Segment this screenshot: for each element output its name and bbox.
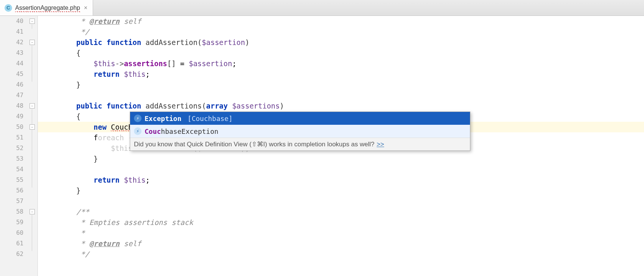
completion-item-selected[interactable]: ⚡ Exception [Couchbase] [130, 112, 470, 125]
line-number[interactable]: 60 [0, 228, 26, 238]
code-line[interactable]: } [38, 154, 644, 164]
line-number[interactable]: 58 [0, 206, 26, 217]
completion-popup: ⚡ Exception [Couchbase] ⚡ CouchbaseExcep… [130, 112, 470, 151]
line-number[interactable]: 48 [0, 101, 26, 111]
line-number[interactable]: 62 [0, 249, 26, 259]
code-line[interactable]: } [38, 185, 644, 196]
code-line[interactable]: * [38, 228, 644, 238]
fold-toggle-icon[interactable] [30, 19, 35, 24]
completion-main-label: Exception [145, 115, 182, 122]
close-icon[interactable]: × [83, 5, 88, 11]
typed-token-error: CoucE [111, 123, 132, 131]
tab-filename: AssertionAggregate.php [15, 5, 80, 11]
file-type-icon: C [5, 4, 12, 12]
editor-area: 40 41 42 43 44 45 46 47 48 49 50 51 52 5… [0, 16, 644, 276]
completion-hint-bar: Did you know that Quick Definition View … [130, 138, 470, 150]
fold-toggle-icon[interactable] [30, 124, 35, 130]
line-number-gutter: 40 41 42 43 44 45 46 47 48 49 50 51 52 5… [0, 16, 26, 276]
code-line[interactable] [38, 90, 644, 101]
code-line[interactable]: * @return self [38, 238, 644, 249]
line-number[interactable]: 55 [0, 175, 26, 185]
code-line[interactable]: /** [38, 206, 644, 217]
tab-bar: C AssertionAggregate.php × [0, 0, 644, 16]
line-number[interactable]: 51 [0, 132, 26, 143]
fold-toggle-icon[interactable] [30, 40, 35, 45]
code-line[interactable]: return $this; [38, 175, 644, 185]
code-line[interactable]: * @return self [38, 16, 644, 26]
line-number[interactable]: 53 [0, 154, 26, 164]
line-number[interactable]: 57 [0, 196, 26, 206]
code-line[interactable] [38, 196, 644, 206]
completion-context-label: [Couchbase] [188, 115, 233, 122]
fold-toggle-icon[interactable] [30, 209, 35, 214]
completion-match-rest: hbaseException [161, 127, 218, 135]
code-line[interactable]: return $this; [38, 69, 644, 79]
completion-match-prefix: Couc [145, 127, 161, 135]
line-number[interactable]: 41 [0, 26, 26, 37]
lightning-icon: ⚡ [134, 127, 142, 135]
line-number[interactable]: 42 [0, 37, 26, 48]
code-line[interactable]: * Empties assertions stack [38, 217, 644, 228]
code-line[interactable]: { [38, 48, 644, 58]
code-line[interactable]: */ [38, 26, 644, 37]
completion-hint-text: Did you know that Quick Definition View … [134, 140, 374, 148]
line-number[interactable]: 47 [0, 90, 26, 101]
line-number[interactable]: 50 [0, 122, 26, 132]
fold-toggle-icon[interactable] [30, 103, 35, 109]
completion-hint-link[interactable]: >> [376, 141, 384, 148]
code-line[interactable]: $this->assertions[] = $assertion; [38, 58, 644, 69]
line-number[interactable]: 46 [0, 79, 26, 90]
line-number[interactable]: 40 [0, 16, 26, 26]
error-stripe[interactable] [639, 16, 643, 276]
line-number[interactable]: 59 [0, 217, 26, 228]
code-line[interactable]: */ [38, 249, 644, 259]
line-number[interactable]: 56 [0, 185, 26, 196]
editor-tab[interactable]: C AssertionAggregate.php × [0, 0, 93, 16]
code-line[interactable]: } [38, 79, 644, 90]
fold-gutter [26, 16, 38, 276]
line-number[interactable]: 61 [0, 238, 26, 249]
line-number[interactable]: 44 [0, 58, 26, 69]
line-number[interactable]: 43 [0, 48, 26, 58]
code-line[interactable] [38, 164, 644, 175]
code-editor[interactable]: * @return self */ public function addAss… [38, 16, 644, 276]
code-line[interactable]: public function addAssertions(array $ass… [38, 101, 644, 111]
completion-item[interactable]: ⚡ CouchbaseException [130, 125, 470, 138]
lightning-icon: ⚡ [134, 115, 142, 122]
line-number[interactable]: 49 [0, 111, 26, 122]
line-number[interactable]: 52 [0, 143, 26, 154]
line-number[interactable]: 54 [0, 164, 26, 175]
line-number[interactable]: 45 [0, 69, 26, 79]
code-line[interactable]: public function addAssertion($assertion) [38, 37, 644, 48]
